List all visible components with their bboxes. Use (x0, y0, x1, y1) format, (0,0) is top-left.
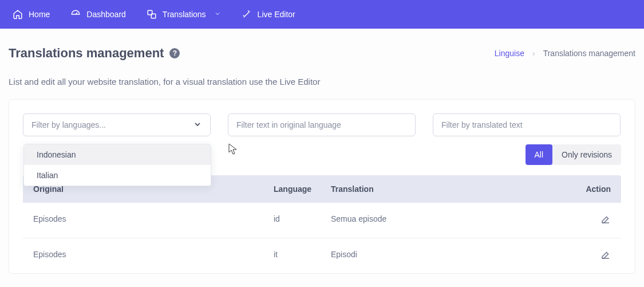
nav-live-editor[interactable]: Live Editor (231, 0, 306, 29)
translate-icon (147, 9, 157, 19)
nav-home[interactable]: Home (2, 0, 60, 29)
toggle-only-revisions[interactable]: Only revisions (552, 144, 621, 165)
nav-dashboard[interactable]: Dashboard (60, 0, 136, 29)
magic-wand-icon (242, 9, 252, 19)
breadcrumb: Linguise › Translations management (495, 49, 635, 58)
filters-card: Filter by languages... Indonesian Italia… (9, 99, 635, 274)
table-row: Episodes it Episodi (23, 238, 621, 273)
th-language: Language (274, 184, 331, 194)
language-filter-placeholder: Filter by languages... (31, 120, 106, 129)
gauge-icon (70, 9, 81, 19)
edit-action[interactable] (571, 214, 611, 226)
chevron-down-icon (214, 10, 221, 19)
nav-translations[interactable]: Translations (136, 0, 231, 29)
edit-icon (600, 250, 611, 262)
original-text-filter[interactable] (228, 113, 416, 136)
th-translation: Translation (331, 184, 571, 194)
edit-action[interactable] (571, 250, 611, 262)
cell-language: id (274, 214, 331, 226)
revision-toggle: All Only revisions (526, 144, 621, 165)
page-subtitle: List and edit all your website translati… (9, 77, 635, 87)
help-icon[interactable]: ? (169, 48, 180, 58)
nav-live-editor-label: Live Editor (258, 10, 295, 19)
translated-text-filter[interactable] (433, 113, 621, 136)
th-action: Action (571, 184, 611, 194)
translated-text-input[interactable] (441, 120, 612, 129)
breadcrumb-current: Translations management (543, 49, 635, 58)
edit-icon (600, 214, 611, 226)
nav-dashboard-label: Dashboard (86, 10, 126, 19)
cell-language: it (274, 250, 331, 262)
cell-translation: Semua episode (331, 214, 571, 226)
language-option-indonesian[interactable]: Indonesian (24, 144, 211, 165)
translations-table: Original Language Translation Action Epi… (23, 175, 621, 273)
toggle-all[interactable]: All (526, 144, 553, 165)
original-text-input[interactable] (236, 120, 407, 129)
nav-translations-label: Translations (163, 10, 206, 19)
page-title: Translations management (9, 46, 164, 61)
chevron-right-icon: › (532, 49, 535, 58)
breadcrumb-root[interactable]: Linguise (495, 49, 524, 58)
cell-translation: Episodi (331, 250, 571, 262)
language-filter-select[interactable]: Filter by languages... Indonesian Italia… (23, 113, 211, 136)
language-dropdown: Indonesian Italian (23, 144, 211, 186)
table-row: Episodes id Semua episode (23, 203, 621, 238)
page-title-wrap: Translations management ? (9, 46, 180, 61)
language-option-italian[interactable]: Italian (24, 165, 211, 186)
top-nav: Home Dashboard Translations Live Editor (0, 0, 644, 29)
cell-original: Episodes (33, 250, 274, 262)
cell-original: Episodes (33, 214, 274, 226)
home-icon (13, 9, 23, 19)
chevron-down-icon (193, 120, 202, 131)
nav-home-label: Home (29, 10, 50, 19)
